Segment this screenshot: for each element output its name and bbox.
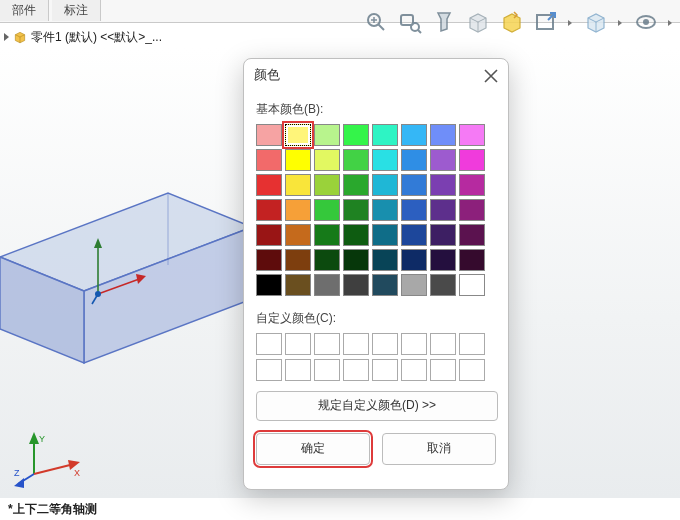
basic-swatch[interactable]: [459, 249, 485, 271]
svg-point-25: [95, 291, 101, 297]
basic-swatch[interactable]: [372, 124, 398, 146]
basic-swatch[interactable]: [459, 199, 485, 221]
basic-swatch[interactable]: [256, 224, 282, 246]
custom-swatch[interactable]: [430, 333, 456, 355]
dropdown-caret-icon[interactable]: [668, 10, 674, 34]
basic-swatch[interactable]: [314, 249, 340, 271]
flashlight-icon[interactable]: [432, 10, 456, 34]
custom-swatch[interactable]: [430, 359, 456, 381]
basic-swatch[interactable]: [430, 249, 456, 271]
custom-swatch[interactable]: [343, 359, 369, 381]
basic-swatch[interactable]: [285, 149, 311, 171]
basic-swatch[interactable]: [285, 124, 311, 146]
basic-swatch[interactable]: [314, 224, 340, 246]
basic-swatch[interactable]: [343, 149, 369, 171]
basic-swatch[interactable]: [343, 124, 369, 146]
basic-swatch[interactable]: [401, 174, 427, 196]
custom-swatch[interactable]: [314, 359, 340, 381]
zoom-fit-icon[interactable]: [364, 10, 388, 34]
basic-swatch[interactable]: [285, 274, 311, 296]
basic-swatch[interactable]: [401, 224, 427, 246]
model-origin-axes: [90, 238, 150, 308]
basic-swatch[interactable]: [401, 149, 427, 171]
basic-swatch[interactable]: [459, 149, 485, 171]
basic-swatch[interactable]: [430, 199, 456, 221]
define-custom-color-button[interactable]: 规定自定义颜色(D) >>: [256, 391, 498, 421]
part-icon: [13, 30, 27, 44]
basic-swatch-selected[interactable]: [285, 124, 311, 146]
basic-swatch[interactable]: [401, 199, 427, 221]
svg-text:X: X: [74, 468, 80, 478]
custom-swatch[interactable]: [285, 333, 311, 355]
basic-swatch[interactable]: [459, 174, 485, 196]
basic-swatch[interactable]: [372, 249, 398, 271]
box-view-icon[interactable]: [584, 10, 608, 34]
basic-swatch[interactable]: [343, 249, 369, 271]
basic-swatch[interactable]: [256, 149, 282, 171]
custom-swatch[interactable]: [256, 333, 282, 355]
basic-swatch[interactable]: [314, 199, 340, 221]
dropdown-caret-icon[interactable]: [568, 10, 574, 34]
basic-swatch[interactable]: [430, 174, 456, 196]
visibility-eye-icon[interactable]: [634, 10, 658, 34]
basic-swatch[interactable]: [401, 274, 427, 296]
tab-annotation[interactable]: 标注: [52, 0, 101, 21]
dropdown-caret-icon[interactable]: [618, 10, 624, 34]
custom-swatch[interactable]: [372, 359, 398, 381]
basic-swatch[interactable]: [372, 199, 398, 221]
cancel-button[interactable]: 取消: [382, 433, 496, 465]
custom-swatch[interactable]: [459, 359, 485, 381]
custom-swatch[interactable]: [401, 359, 427, 381]
custom-swatch[interactable]: [401, 333, 427, 355]
basic-swatch[interactable]: [285, 174, 311, 196]
basic-swatch[interactable]: [459, 124, 485, 146]
ok-button[interactable]: 确定: [256, 433, 370, 465]
basic-swatch[interactable]: [314, 124, 340, 146]
custom-swatch[interactable]: [343, 333, 369, 355]
feature-tree-root[interactable]: 零件1 (默认) <<默认>_...: [4, 28, 162, 46]
basic-swatch[interactable]: [401, 249, 427, 271]
close-icon[interactable]: [482, 65, 500, 83]
section-cube-icon[interactable]: [466, 10, 490, 34]
basic-swatch[interactable]: [372, 224, 398, 246]
basic-swatch[interactable]: [401, 124, 427, 146]
basic-swatch[interactable]: [256, 124, 282, 146]
basic-swatch[interactable]: [430, 224, 456, 246]
zoom-area-icon[interactable]: [398, 10, 422, 34]
basic-swatch[interactable]: [430, 124, 456, 146]
basic-swatch[interactable]: [314, 149, 340, 171]
basic-swatch[interactable]: [430, 149, 456, 171]
basic-swatch[interactable]: [343, 174, 369, 196]
tab-components[interactable]: 部件: [0, 0, 49, 21]
basic-swatch[interactable]: [459, 224, 485, 246]
appearance-icon[interactable]: [500, 10, 524, 34]
custom-swatch[interactable]: [459, 333, 485, 355]
basic-swatch[interactable]: [459, 274, 485, 296]
dialog-titlebar[interactable]: 颜色: [244, 59, 508, 91]
svg-line-22: [98, 278, 142, 294]
basic-swatch[interactable]: [372, 149, 398, 171]
basic-swatch[interactable]: [256, 174, 282, 196]
basic-swatch[interactable]: [343, 224, 369, 246]
custom-swatch[interactable]: [372, 333, 398, 355]
basic-swatch[interactable]: [430, 274, 456, 296]
basic-swatch[interactable]: [256, 199, 282, 221]
basic-colors-label: 基本颜色(B):: [256, 101, 496, 118]
basic-swatch[interactable]: [256, 274, 282, 296]
custom-swatch[interactable]: [256, 359, 282, 381]
basic-swatch[interactable]: [256, 249, 282, 271]
basic-swatch[interactable]: [314, 274, 340, 296]
expand-triangle-icon[interactable]: [4, 33, 9, 41]
basic-swatch[interactable]: [285, 249, 311, 271]
svg-marker-21: [94, 238, 102, 248]
basic-swatch[interactable]: [314, 174, 340, 196]
basic-swatch[interactable]: [285, 224, 311, 246]
basic-swatch[interactable]: [372, 174, 398, 196]
new-view-icon[interactable]: [534, 10, 558, 34]
custom-swatch[interactable]: [314, 333, 340, 355]
custom-swatch[interactable]: [285, 359, 311, 381]
basic-swatch[interactable]: [372, 274, 398, 296]
basic-swatch[interactable]: [343, 274, 369, 296]
basic-swatch[interactable]: [285, 199, 311, 221]
basic-swatch[interactable]: [343, 199, 369, 221]
